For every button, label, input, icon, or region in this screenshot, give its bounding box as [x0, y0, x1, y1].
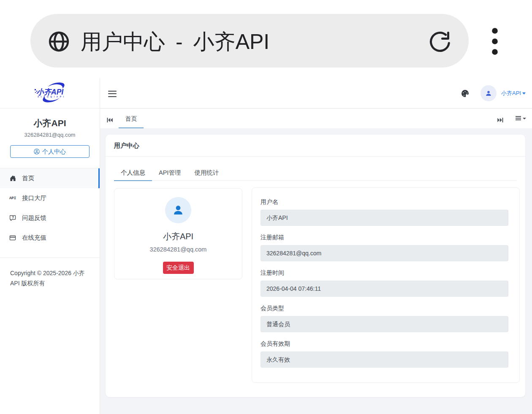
svg-text:?: ? [11, 215, 14, 219]
svg-text:小齐API: 小齐API [36, 88, 64, 96]
